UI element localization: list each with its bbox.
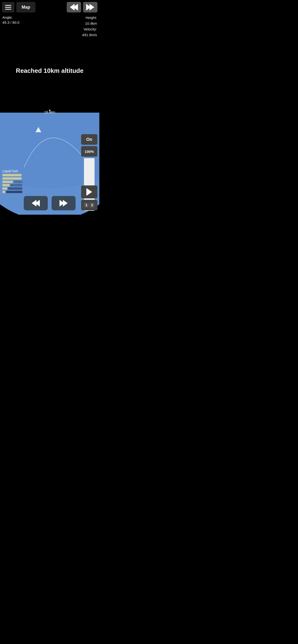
throttle-pct-button[interactable]: 100% [81,146,97,157]
fuel-bar-row [3,177,22,180]
velocity-value: 491.9m/s [82,32,97,38]
fuel-segment [3,177,22,180]
fast-arrow-2 [63,200,68,206]
fast-button[interactable] [52,196,76,210]
fuel-label: Liquid fuel: [3,169,22,173]
forward-button[interactable] [83,2,97,12]
map-button[interactable]: Map [16,2,36,12]
fuel-bars [3,174,22,193]
bottom-right-controls: 1 2 [81,186,97,210]
fuel-bar-row [3,181,22,183]
height-label: Height: [82,15,97,20]
fuel-bar-row [3,184,22,186]
play-button[interactable] [81,186,97,198]
stage-badge-1: 1 [84,203,89,208]
fuel-segment [3,174,22,176]
fuel-bar-row [3,187,22,190]
fuel-segment [6,191,22,193]
stats-right: Height: 10.4km Velocity: 491.9m/s [82,15,97,38]
forward-arrow-2 [89,4,94,10]
distance-label: 19.4km [44,110,55,114]
angle-value: 45.3 / 60.0 [3,20,20,25]
slow-button[interactable] [24,196,48,210]
menu-line [5,5,11,6]
stage-badge-2: 2 [90,203,95,208]
angle-label: Angle: [3,15,20,20]
slow-arrow-2 [35,200,40,206]
altitude-message: Reached 10km altitude [0,67,99,74]
fuel-segment [14,181,22,183]
fuel-bar-row [3,191,22,193]
fuel-segment [3,187,7,190]
fuel-segment [8,187,22,190]
height-value: 10.4km [82,20,97,26]
menu-line [5,7,11,8]
stats-left: Angle: 45.3 / 60.0 [3,15,20,25]
toolbar-right [67,2,97,12]
stage-button[interactable]: 1 2 [81,200,97,210]
fuel-section: Liquid fuel: [3,169,22,193]
menu-button[interactable] [2,2,14,12]
toolbar: Map [0,2,99,12]
rewind-arrow-2 [73,4,78,10]
fuel-segment [3,181,13,183]
rewind-button[interactable] [67,2,81,12]
fuel-segment [3,191,5,193]
toolbar-left: Map [2,2,36,12]
play-icon [86,188,92,196]
rocket-marker [36,127,41,132]
menu-line [5,9,11,10]
fuel-segment [10,184,22,186]
on-button[interactable]: On [81,134,97,145]
fuel-bar-row [3,174,22,176]
velocity-label: Velocity: [82,26,97,32]
fuel-segment [3,184,10,186]
